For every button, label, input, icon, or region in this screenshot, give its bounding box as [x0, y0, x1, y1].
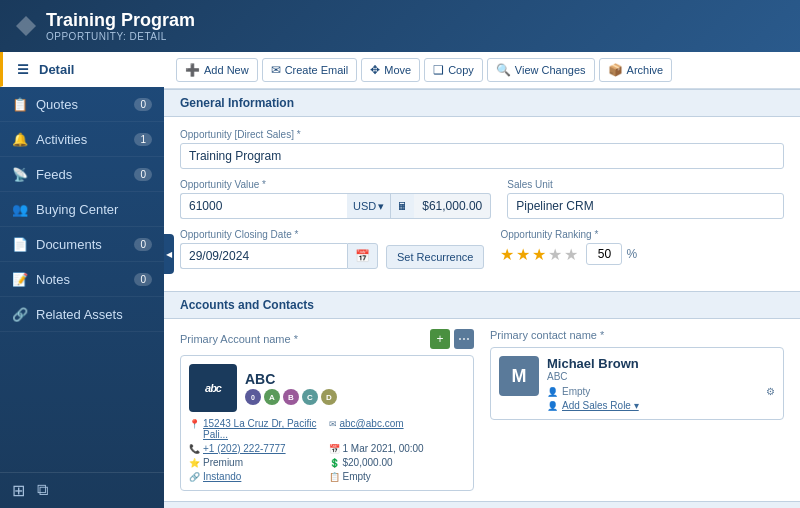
- primary-contact-label: Primary contact name *: [490, 329, 604, 341]
- contact-avatar: M: [499, 356, 539, 396]
- activity-icon: 🔔: [12, 131, 28, 147]
- detail-phone: 📞 +1 (202) 222-7777: [189, 443, 326, 454]
- sidebar-label-activities: Activities: [36, 132, 87, 147]
- general-info-header: General Information: [164, 89, 800, 117]
- sidebar-label-notes: Notes: [36, 272, 70, 287]
- ranking-input[interactable]: [586, 243, 622, 265]
- sidebar-bottom: ⊞ ⧉: [0, 472, 164, 508]
- sidebar-item-related-assets[interactable]: 🔗 Related Assets: [0, 297, 164, 332]
- account-logo: abc: [189, 364, 237, 412]
- detail-website-text[interactable]: Instando: [203, 471, 241, 482]
- stars-rating: ★ ★ ★ ★ ★ %: [500, 243, 784, 265]
- toolbar: ➕ Add New ✉ Create Email ✥ Move ❑ Copy 🔍…: [164, 52, 800, 89]
- opportunity-name-group: Opportunity [Direct Sales] *: [180, 129, 784, 169]
- detail-date: 📅 1 Mar 2021, 00:00: [329, 443, 466, 454]
- header-title-block: Training Program OPPORTUNITY: Detail: [46, 10, 195, 42]
- account-card: abc ABC 0 A B C D: [180, 355, 474, 491]
- create-email-button[interactable]: ✉ Create Email: [262, 58, 358, 82]
- location-icon: 📍: [189, 419, 200, 429]
- tag-c: C: [302, 389, 318, 405]
- empty-icon: 📋: [329, 472, 340, 482]
- app-subtitle: OPPORTUNITY: Detail: [46, 31, 195, 42]
- plus-icon: ➕: [185, 63, 200, 77]
- main-content: ➕ Add New ✉ Create Email ✥ Move ❑ Copy 🔍…: [164, 52, 800, 508]
- view-changes-label: View Changes: [515, 64, 586, 76]
- account-name-tags: ABC 0 A B C D: [245, 371, 337, 405]
- sidebar-label-quotes: Quotes: [36, 97, 78, 112]
- detail-email-text[interactable]: abc@abc.com: [340, 418, 404, 429]
- opportunity-name-input[interactable]: [180, 143, 784, 169]
- calc-icon-btn[interactable]: 🖩: [391, 193, 414, 219]
- detail-empty: 📋 Empty: [329, 471, 466, 482]
- sales-unit-label: Sales Unit: [507, 179, 784, 190]
- closing-date-input[interactable]: [180, 243, 347, 269]
- sales-unit-group: Sales Unit: [507, 179, 784, 219]
- detail-empty-text: Empty: [343, 471, 371, 482]
- contact-avatar-letter: M: [512, 366, 527, 387]
- sidebar-item-feeds[interactable]: 📡 Feeds 0: [0, 157, 164, 192]
- list-icon: ☰: [15, 61, 31, 77]
- star-4[interactable]: ★: [548, 245, 562, 264]
- chevron-left-icon: ◀: [166, 250, 172, 259]
- box-icon[interactable]: ⧉: [37, 481, 48, 500]
- add-person-icon: 👤: [547, 401, 558, 411]
- account-menu-button[interactable]: ⋯: [454, 329, 474, 349]
- star-3[interactable]: ★: [532, 245, 546, 264]
- primary-account-col-header: Primary Account name * + ⋯: [180, 329, 474, 349]
- phone-icon: 📞: [189, 444, 200, 454]
- closing-date-label: Opportunity Closing Date *: [180, 229, 484, 240]
- account-card-header: abc ABC 0 A B C D: [189, 364, 465, 412]
- date-picker-button[interactable]: 📅: [347, 243, 378, 269]
- add-sales-role-link[interactable]: Add Sales Role ▾: [562, 400, 639, 411]
- primary-contact-column: Primary contact name * M Michael Brown A…: [490, 329, 784, 491]
- add-new-label: Add New: [204, 64, 249, 76]
- account-logo-text: abc: [205, 382, 221, 394]
- star-5[interactable]: ★: [564, 245, 578, 264]
- contact-name: Michael Brown: [547, 356, 775, 371]
- quotes-badge: 0: [134, 98, 152, 111]
- detail-address-text[interactable]: 15243 La Cruz Dr, Pacific Pali...: [203, 418, 326, 440]
- move-button[interactable]: ✥ Move: [361, 58, 420, 82]
- email-icon: ✉: [329, 419, 337, 429]
- primary-account-label: Primary Account name *: [180, 333, 298, 345]
- money-icon: 💲: [329, 458, 340, 468]
- sidebar-item-detail[interactable]: ☰ Detail: [0, 52, 164, 87]
- sidebar-label-feeds: Feeds: [36, 167, 72, 182]
- detail-phone-text[interactable]: +1 (202) 222-7777: [203, 443, 286, 454]
- sidebar-label-documents: Documents: [36, 237, 102, 252]
- sales-unit-input[interactable]: [507, 193, 784, 219]
- star-1[interactable]: ★: [500, 245, 514, 264]
- copy-button[interactable]: ❑ Copy: [424, 58, 483, 82]
- document-icon: 📄: [12, 236, 28, 252]
- view-changes-button[interactable]: 🔍 View Changes: [487, 58, 595, 82]
- create-email-label: Create Email: [285, 64, 349, 76]
- sidebar-item-activities[interactable]: 🔔 Activities 1: [0, 122, 164, 157]
- detail-tier-text: Premium: [203, 457, 243, 468]
- opportunity-value-input[interactable]: [180, 193, 347, 219]
- currency-dropdown[interactable]: USD ▾: [347, 193, 391, 219]
- sidebar-item-notes[interactable]: 📝 Notes 0: [0, 262, 164, 297]
- calendar-icon: 📅: [329, 444, 340, 454]
- email-icon: ✉: [271, 63, 281, 77]
- closing-date-group: Opportunity Closing Date * 📅 Set Recurre…: [180, 229, 484, 269]
- sidebar-label-related-assets: Related Assets: [36, 307, 123, 322]
- link-icon: 🔗: [189, 472, 200, 482]
- app-logo-icon: [16, 16, 36, 36]
- grid-icon[interactable]: ⊞: [12, 481, 25, 500]
- sidebar-item-buying-center[interactable]: 👥 Buying Center: [0, 192, 164, 227]
- sidebar-collapse-tab[interactable]: ◀: [164, 234, 174, 274]
- app-header: Training Program OPPORTUNITY: Detail: [0, 0, 800, 52]
- notes-icon: 📝: [12, 271, 28, 287]
- sidebar-item-documents[interactable]: 📄 Documents 0: [0, 227, 164, 262]
- add-account-button[interactable]: +: [430, 329, 450, 349]
- detail-address: 📍 15243 La Cruz Dr, Pacific Pali...: [189, 418, 326, 440]
- sidebar-item-quotes[interactable]: 📋 Quotes 0: [0, 87, 164, 122]
- person-icon: 👤: [547, 387, 558, 397]
- products-section-header: Products and Services: [164, 501, 800, 508]
- set-recurrence-button[interactable]: Set Recurrence: [386, 245, 484, 269]
- star-2[interactable]: ★: [516, 245, 530, 264]
- account-details: 📍 15243 La Cruz Dr, Pacific Pali... ✉ ab…: [189, 418, 465, 482]
- copy-icon: ❑: [433, 63, 444, 77]
- archive-button[interactable]: 📦 Archive: [599, 58, 673, 82]
- add-new-button[interactable]: ➕ Add New: [176, 58, 258, 82]
